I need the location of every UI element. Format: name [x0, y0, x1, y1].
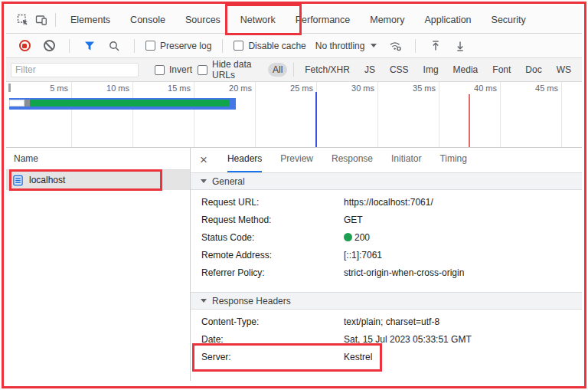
preserve-log-checkbox[interactable]: Preserve log — [145, 41, 211, 51]
devtools-window: Elements Console Sources Network Perform… — [0, 0, 588, 390]
dom-content-loaded-marker — [315, 92, 317, 148]
tick-label: 40 ms — [451, 84, 497, 93]
network-overview-timeline[interactable]: 5 ms 10 ms 15 ms 20 ms 25 ms 30 ms 35 ms… — [6, 82, 582, 148]
header-row: Request URL: https://localhost:7061/ — [191, 193, 582, 211]
tab-network-label: Network — [240, 15, 276, 25]
tick-label: 15 ms — [145, 84, 191, 93]
request-row-localhost[interactable]: localhost — [6, 170, 190, 190]
stalled-segment — [24, 100, 30, 107]
type-filter-fetch-xhr[interactable]: Fetch/XHR — [300, 63, 354, 77]
filter-funnel-icon[interactable] — [80, 37, 99, 55]
header-value: https://localhost:7061/ — [344, 197, 433, 208]
header-name: Referrer Policy: — [201, 267, 344, 278]
checkbox-icon — [155, 65, 165, 75]
detail-tab-headers[interactable]: Headers — [227, 148, 262, 172]
type-filter-font[interactable]: Font — [488, 63, 515, 77]
filter-input[interactable] — [11, 63, 139, 77]
header-name: Date: — [201, 334, 344, 345]
header-row: Request Method: GET — [191, 211, 582, 228]
type-filter-js[interactable]: JS — [360, 63, 380, 77]
tick-label: 30 ms — [328, 84, 374, 93]
request-waterfall-bar — [9, 100, 236, 107]
devtools-tabbar: Elements Console Sources Network Perform… — [6, 6, 582, 34]
tab-console[interactable]: Console — [120, 7, 175, 33]
inspect-cursor-icon[interactable] — [14, 11, 32, 29]
detail-tabbar: × Headers Preview Response Initiator Tim… — [191, 148, 582, 172]
tick-label: 45 ms — [512, 84, 558, 93]
gridline — [439, 82, 439, 147]
divider — [222, 39, 223, 53]
type-filter-doc[interactable]: Doc — [521, 63, 546, 77]
divider — [69, 39, 70, 53]
invert-checkbox[interactable]: Invert — [155, 64, 192, 75]
document-icon — [12, 175, 24, 186]
clear-icon[interactable] — [40, 37, 58, 55]
tick-label: 10 ms — [83, 84, 129, 93]
divider — [415, 39, 416, 53]
header-value: 200 — [344, 232, 370, 243]
tick-label: 20 ms — [206, 84, 252, 93]
throttling-dropdown[interactable]: No throttling — [312, 41, 381, 51]
response-headers-rows: Content-Type: text/plain; charset=utf-8 … — [191, 310, 582, 365]
general-section-header[interactable]: General — [191, 172, 582, 190]
header-value: Sat, 15 Jul 2023 05:33:51 GMT — [344, 334, 472, 345]
search-icon[interactable] — [105, 37, 123, 55]
tick-label: 25 ms — [267, 84, 313, 93]
export-har-icon[interactable] — [451, 37, 469, 55]
chevron-down-icon — [371, 44, 377, 48]
header-row: Content-Type: text/plain; charset=utf-8 — [191, 313, 582, 330]
detail-tab-initiator[interactable]: Initiator — [391, 148, 421, 172]
disclosure-triangle-icon — [201, 179, 207, 183]
type-filter-ws[interactable]: WS — [552, 63, 576, 77]
waiting-segment — [9, 100, 24, 107]
tab-performance[interactable]: Performance — [286, 7, 361, 33]
network-filterbar: Invert Hide data URLs All Fetch/XHR JS C… — [6, 58, 582, 82]
tab-network[interactable]: Network — [230, 7, 286, 33]
disclosure-triangle-icon — [201, 299, 207, 303]
network-conditions-icon[interactable] — [386, 37, 404, 55]
header-value: strict-origin-when-cross-origin — [344, 267, 464, 278]
bar-end-cap — [230, 100, 236, 107]
timeline-start-tick — [8, 84, 11, 92]
detail-tab-response[interactable]: Response — [332, 148, 373, 172]
header-value: GET — [344, 215, 363, 225]
request-details-panel: × Headers Preview Response Initiator Tim… — [191, 148, 582, 381]
response-headers-section-header[interactable]: Response Headers — [191, 292, 582, 310]
header-value: [::1]:7061 — [344, 250, 382, 261]
load-event-marker — [469, 94, 470, 148]
tab-application[interactable]: Application — [414, 7, 481, 33]
divider — [293, 63, 294, 77]
header-value: Kestrel — [344, 352, 372, 362]
tab-security[interactable]: Security — [482, 7, 536, 33]
header-row: Status Code: 200 — [191, 228, 582, 246]
gridline — [132, 82, 133, 147]
disable-cache-checkbox[interactable]: Disable cache — [234, 41, 305, 51]
type-filter-all[interactable]: All — [268, 63, 287, 77]
hide-data-urls-checkbox[interactable]: Hide data URLs — [198, 59, 263, 80]
section-title: Response Headers — [212, 296, 291, 306]
general-rows: Request URL: https://localhost:7061/ Req… — [191, 190, 582, 281]
preserve-log-label: Preserve log — [160, 41, 211, 51]
record-icon[interactable] — [15, 37, 34, 55]
detail-tab-preview[interactable]: Preview — [280, 148, 313, 172]
name-column-header[interactable]: Name — [6, 148, 190, 170]
disable-cache-label: Disable cache — [248, 41, 305, 51]
header-name: Request URL: — [201, 197, 344, 208]
close-icon[interactable]: × — [200, 148, 207, 172]
tab-memory[interactable]: Memory — [360, 7, 414, 33]
header-name: Content-Type: — [201, 316, 344, 327]
device-toolbar-icon[interactable] — [32, 11, 51, 29]
request-name: localhost — [29, 175, 65, 185]
download-segment — [30, 100, 230, 107]
tab-sources[interactable]: Sources — [175, 7, 230, 33]
throttling-value: No throttling — [315, 41, 365, 51]
tab-elements[interactable]: Elements — [60, 7, 120, 33]
type-filter-img[interactable]: Img — [419, 63, 443, 77]
detail-tab-timing[interactable]: Timing — [439, 148, 467, 172]
type-filter-media[interactable]: Media — [449, 63, 483, 77]
import-har-icon[interactable] — [426, 37, 445, 55]
header-row: Date: Sat, 15 Jul 2023 05:33:51 GMT — [191, 330, 582, 348]
status-ok-dot-icon — [344, 233, 352, 241]
header-row-server: Server: Kestrel — [191, 348, 582, 365]
type-filter-css[interactable]: CSS — [385, 63, 413, 77]
